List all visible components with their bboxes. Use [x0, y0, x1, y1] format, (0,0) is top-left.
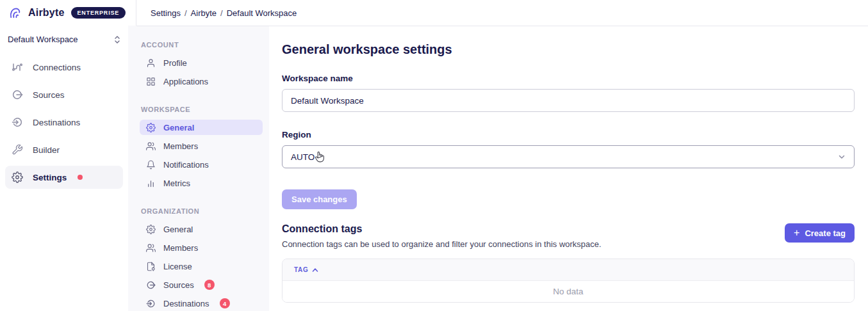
breadcrumb-workspace[interactable]: Default Workspace	[227, 8, 297, 18]
settings-item-label: Profile	[163, 58, 187, 68]
section-account: ACCOUNT Profile Applications	[141, 41, 256, 89]
sidebar-item-destinations[interactable]: Destinations	[5, 111, 123, 134]
workspace-selector-label: Default Workspace	[8, 35, 78, 44]
create-tag-button[interactable]: + Create tag	[785, 223, 855, 243]
settings-item-org-general[interactable]: General	[140, 221, 263, 237]
gear-icon	[146, 123, 156, 132]
section-organization: ORGANIZATION General Members	[141, 207, 256, 311]
tags-table-header: TAG	[283, 259, 854, 281]
connection-tags-title: Connection tags	[282, 223, 602, 235]
settings-item-label: Notifications	[163, 160, 209, 170]
connection-tags-description: Connection tags can be used to organize …	[282, 239, 602, 249]
plus-icon: +	[794, 228, 799, 238]
sidebar-item-label: Settings	[33, 173, 67, 182]
primary-sidebar: Default Workspace Connections	[0, 26, 128, 311]
users-icon	[146, 141, 156, 151]
airbyte-logo-icon	[9, 6, 22, 19]
settings-item-profile[interactable]: Profile	[140, 55, 263, 70]
sidebar-item-label: Sources	[33, 90, 65, 100]
settings-item-applications[interactable]: Applications	[140, 74, 263, 89]
workspace-name-label: Workspace name	[282, 74, 855, 83]
users-icon	[146, 243, 156, 253]
grid-icon	[146, 77, 156, 86]
section-title: WORKSPACE	[141, 106, 256, 113]
enterprise-badge: ENTERPRISE	[71, 7, 126, 19]
license-icon	[146, 262, 156, 271]
settings-item-label: Sources	[163, 280, 194, 290]
sidebar-item-builder[interactable]: Builder	[5, 138, 123, 161]
top-header: Airbyte ENTERPRISE Settings / Airbyte / …	[0, 0, 868, 26]
settings-item-license[interactable]: License	[140, 259, 263, 274]
breadcrumb: Settings / Airbyte / Default Workspace	[136, 0, 868, 26]
workspace-selector[interactable]: Default Workspace	[5, 31, 123, 48]
tags-empty-row: No data	[283, 281, 854, 302]
settings-item-label: General	[163, 123, 194, 132]
tag-column-sort[interactable]: TAG	[294, 266, 318, 273]
tag-column-label: TAG	[294, 266, 308, 273]
notification-dot	[78, 175, 83, 180]
gear-icon	[146, 225, 156, 234]
logo-zone: Airbyte ENTERPRISE	[0, 0, 136, 26]
bell-icon	[146, 160, 156, 170]
sidebar-item-label: Connections	[33, 63, 81, 72]
save-changes-button[interactable]: Save changes	[282, 189, 357, 209]
destinations-count-badge: 4	[220, 298, 230, 308]
section-title: ORGANIZATION	[141, 207, 256, 215]
page-title: General workspace settings	[282, 42, 855, 57]
chevron-down-icon	[838, 153, 846, 161]
sidebar-item-connections[interactable]: Connections	[5, 56, 123, 79]
settings-item-label: Destinations	[163, 299, 209, 308]
breadcrumb-organization[interactable]: Airbyte	[191, 8, 217, 18]
tags-table: TAG No data	[282, 259, 855, 303]
breadcrumb-settings[interactable]: Settings	[151, 8, 181, 18]
header-divider	[136, 26, 868, 26]
gear-icon	[12, 171, 23, 183]
breadcrumb-separator: /	[220, 8, 223, 18]
settings-item-org-destinations[interactable]: Destinations 4	[140, 296, 263, 311]
destination-icon	[146, 299, 156, 308]
create-tag-label: Create tag	[805, 228, 846, 238]
settings-item-org-sources[interactable]: Sources 8	[140, 277, 263, 292]
breadcrumb-separator: /	[184, 8, 187, 18]
settings-item-notifications[interactable]: Notifications	[140, 157, 263, 172]
region-label: Region	[282, 130, 855, 140]
region-field: Region AUTO	[282, 130, 855, 168]
connections-icon	[12, 61, 23, 73]
settings-item-label: General	[163, 225, 193, 234]
wrench-icon	[12, 144, 23, 156]
chevron-updown-icon	[114, 35, 120, 44]
sidebar-item-label: Destinations	[33, 118, 80, 127]
source-icon	[146, 280, 156, 290]
connection-tags-header: Connection tags Connection tags can be u…	[282, 223, 855, 249]
sidebar-item-sources[interactable]: Sources	[5, 83, 123, 106]
workspace-name-field: Workspace name	[282, 74, 855, 112]
region-select[interactable]: AUTO	[282, 145, 855, 168]
settings-item-label: Members	[163, 141, 198, 151]
settings-item-label: Metrics	[163, 179, 190, 188]
sidebar-item-label: Builder	[33, 145, 60, 155]
connection-tags-text: Connection tags Connection tags can be u…	[282, 223, 602, 249]
settings-item-label: License	[163, 262, 192, 271]
workspace-name-input[interactable]	[282, 89, 855, 112]
main-content: General workspace settings Workspace nam…	[269, 26, 868, 311]
settings-item-label: Applications	[163, 77, 208, 86]
bar-chart-icon	[146, 179, 156, 188]
settings-sidebar: ACCOUNT Profile Applications	[128, 26, 269, 311]
section-workspace: WORKSPACE General Members	[141, 106, 256, 191]
logo-wordmark[interactable]: Airbyte	[28, 7, 65, 19]
region-selected-value: AUTO	[291, 152, 315, 162]
settings-item-org-members[interactable]: Members	[140, 240, 263, 255]
user-icon	[146, 58, 156, 68]
sidebar-item-settings[interactable]: Settings	[5, 166, 123, 189]
destination-icon	[12, 116, 23, 128]
sources-count-badge: 8	[204, 280, 215, 290]
sort-asc-icon	[312, 267, 318, 273]
settings-item-workspace-general[interactable]: General	[140, 120, 263, 135]
source-icon	[12, 89, 23, 100]
settings-item-label: Members	[163, 243, 198, 253]
section-title: ACCOUNT	[141, 41, 256, 49]
settings-item-metrics[interactable]: Metrics	[140, 175, 263, 191]
settings-item-workspace-members[interactable]: Members	[140, 138, 263, 154]
